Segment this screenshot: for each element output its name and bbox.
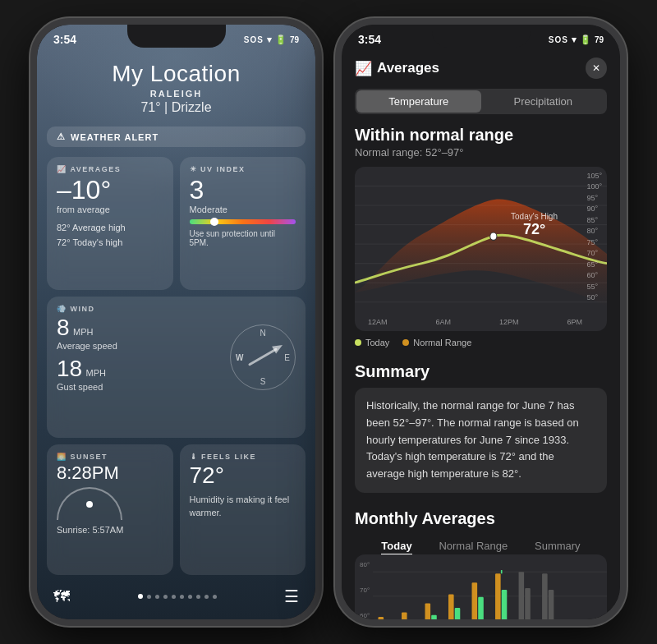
wind-content: 8 MPH Average speed 18 MPH Gust speed xyxy=(57,316,296,398)
right-content: 3:54 SOS ▾ 🔋 79 📈 Averages ✕ xyxy=(342,25,620,619)
nav-dot-3[interactable] xyxy=(163,595,168,599)
nav-dot-6[interactable] xyxy=(188,595,192,599)
chart-x-labels: 12AM 6AM 12PM 6PM xyxy=(368,318,582,326)
svg-rect-16 xyxy=(425,604,431,619)
y-label-90: 90° xyxy=(586,205,602,213)
uv-bar xyxy=(190,219,296,224)
uv-label: ☀ UV INDEX xyxy=(190,165,296,173)
city-name: RALEIGH xyxy=(53,89,299,99)
svg-rect-27 xyxy=(542,573,548,619)
monthly-chart: 80° 70° 60° 50° xyxy=(355,554,607,619)
averages-sub: from average xyxy=(57,205,163,214)
gust-speed-item: 18 MPH Gust speed xyxy=(57,357,222,392)
temperature-chart-svg xyxy=(355,167,607,331)
left-content: 3:54 SOS ▾ 🔋 79 My Location RALEIGH 71° … xyxy=(37,25,315,619)
nav-dot-4[interactable] xyxy=(172,595,176,599)
summary-tab[interactable]: Summary xyxy=(535,540,581,554)
chart-section: Within normal range Normal range: 52°–97… xyxy=(342,126,620,354)
sun-dot xyxy=(86,501,93,508)
nav-dot-2[interactable] xyxy=(155,595,159,599)
right-wifi-icon: ▾ xyxy=(572,34,577,45)
sunset-card[interactable]: 🌅 SUNSET 8:28PM Sunrise: 5:57AM xyxy=(47,444,173,575)
gust-speed-label: Gust speed xyxy=(57,382,222,392)
legend-today-label: Today xyxy=(365,338,389,347)
sun-icon: ☀ xyxy=(190,165,198,173)
legend-today: Today xyxy=(355,338,389,347)
my-60: 60° xyxy=(360,612,370,619)
legend-normal-dot xyxy=(402,339,409,346)
svg-rect-23 xyxy=(502,590,508,619)
weather-grid: 📈 AVERAGES –10° from average 82° Average… xyxy=(37,152,315,580)
compass-south: S xyxy=(260,377,266,386)
monthly-y-labels: 80° 70° 60° 50° xyxy=(360,561,370,619)
weather-alert-bar[interactable]: ⚠ WEATHER ALERT xyxy=(47,126,306,147)
location-name: My Location xyxy=(53,61,299,87)
feels-like-card[interactable]: 🌡 FEELS LIKE 72° Humidity is making it f… xyxy=(180,444,306,575)
chart-title: Within normal range xyxy=(355,126,607,145)
map-icon[interactable]: 🗺 xyxy=(53,587,70,606)
compass-east: E xyxy=(284,352,290,361)
gust-speed-unit: MPH xyxy=(86,368,106,378)
right-screen: 3:54 SOS ▾ 🔋 79 📈 Averages ✕ xyxy=(342,25,620,619)
nav-dot-7[interactable] xyxy=(196,595,200,599)
svg-rect-26 xyxy=(525,588,531,619)
monthly-bars-svg xyxy=(355,554,607,619)
wind-speeds: 8 MPH Average speed 18 MPH Gust speed xyxy=(57,316,222,398)
sunset-time: 8:28PM xyxy=(57,464,163,482)
sunset-icon: 🌅 xyxy=(57,453,67,461)
chart-y-labels: 105° 100° 95° 90° 85° 80° 75° 70° 65° 60… xyxy=(586,167,602,306)
feels-note: Humidity is making it feel warmer. xyxy=(190,494,296,519)
monthly-title: Monthly Averages xyxy=(355,509,607,528)
nav-dot-5[interactable] xyxy=(180,595,184,599)
phone-notch xyxy=(127,25,226,48)
wind-card[interactable]: 💨 WIND 8 MPH Average speed xyxy=(47,297,306,439)
x-label-12pm: 12PM xyxy=(499,318,519,326)
y-label-95: 95° xyxy=(586,194,602,202)
temperature-tab[interactable]: Temperature xyxy=(356,90,481,113)
chart-legend: Today Normal Range xyxy=(355,338,607,347)
svg-point-7 xyxy=(490,232,497,240)
avg-speed-unit: MPH xyxy=(73,327,93,337)
averages-card[interactable]: 📈 AVERAGES –10° from average 82° Average… xyxy=(47,157,173,290)
svg-rect-14 xyxy=(402,612,407,619)
svg-rect-18 xyxy=(448,595,454,619)
today-tab[interactable]: Today xyxy=(381,540,411,554)
wind-icon: 💨 xyxy=(57,305,67,313)
normal-range-tab[interactable]: Normal Range xyxy=(439,540,508,554)
y-label-105: 105° xyxy=(586,172,602,180)
todays-high-label: Today's High 72° xyxy=(511,212,558,238)
y-label-85: 85° xyxy=(586,216,602,224)
battery-pct: 79 xyxy=(290,35,299,44)
precipitation-tab[interactable]: Precipitation xyxy=(481,90,606,113)
thermometer-icon: 🌡 xyxy=(190,453,199,461)
y-label-50: 50° xyxy=(586,293,602,301)
y-label-60: 60° xyxy=(586,271,602,279)
uv-indicator xyxy=(210,218,218,226)
todays-high-text: Today's High xyxy=(511,212,558,221)
nav-dot-1[interactable] xyxy=(147,595,151,599)
monthly-section: Monthly Averages Today Normal Range Summ… xyxy=(342,501,620,619)
close-button[interactable]: ✕ xyxy=(586,58,607,79)
menu-icon[interactable]: ☰ xyxy=(284,586,299,606)
chart-area: Today's High 72° 105° 100° 95° 90° 85° 8… xyxy=(355,167,607,331)
legend-today-dot xyxy=(355,339,361,346)
right-phone: 3:54 SOS ▾ 🔋 79 📈 Averages ✕ xyxy=(335,18,627,626)
segment-control: Temperature Precipitation xyxy=(355,89,607,114)
svg-rect-17 xyxy=(431,615,437,619)
left-screen: 3:54 SOS ▾ 🔋 79 My Location RALEIGH 71° … xyxy=(37,25,315,619)
svg-rect-19 xyxy=(455,608,461,619)
uv-card[interactable]: ☀ UV INDEX 3 Moderate Use sun protection… xyxy=(180,157,306,290)
right-notch xyxy=(432,25,531,48)
nav-dot-0[interactable] xyxy=(138,594,143,599)
gust-speed-num: 18 xyxy=(57,356,82,381)
alert-text: WEATHER ALERT xyxy=(71,132,159,142)
wind-label: 💨 WIND xyxy=(57,305,296,313)
my-80: 80° xyxy=(360,561,370,568)
wind-compass: N S E W xyxy=(230,324,296,390)
x-label-12am: 12AM xyxy=(368,318,388,326)
nav-dot-9[interactable] xyxy=(213,595,217,599)
phones-container: 3:54 SOS ▾ 🔋 79 My Location RALEIGH 71° … xyxy=(14,2,643,642)
right-status-icons: SOS ▾ 🔋 79 xyxy=(549,34,604,45)
nav-dot-8[interactable] xyxy=(204,595,209,599)
sos-label: SOS xyxy=(244,35,264,44)
